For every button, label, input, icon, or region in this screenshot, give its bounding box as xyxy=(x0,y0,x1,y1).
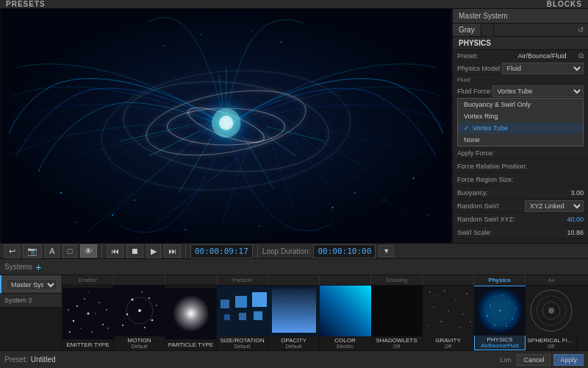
right-panel: Master System Gray ↺ PHYSICS Preset: Air… xyxy=(452,9,588,243)
random-swirl-select[interactable]: XYZ Linked X Only xyxy=(525,200,584,212)
master-system-select[interactable]: Master System xyxy=(6,279,57,291)
svg-rect-76 xyxy=(252,292,267,307)
canvas-area[interactable] xyxy=(0,9,452,243)
loop-options-btn[interactable]: ▼ xyxy=(379,245,394,257)
random-swirl-xyz-row: Random Swirl XYZ: 40.00 xyxy=(453,213,588,226)
thumbnails-row: EMITTER TYPE xyxy=(62,286,588,350)
sep1 xyxy=(101,244,102,258)
thumb-color-label: COLOR xyxy=(333,336,356,344)
svg-point-56 xyxy=(95,313,96,314)
svg-point-66 xyxy=(151,319,153,322)
svg-point-32 xyxy=(259,225,260,227)
thumb-color-img xyxy=(320,286,371,336)
svg-point-28 xyxy=(384,199,385,201)
buoyancy-row: Buoyancy: 3.00 xyxy=(453,186,588,199)
physics-model-select[interactable]: Fluid Air xyxy=(502,63,584,74)
thumb-color-sub: Electric xyxy=(335,344,355,350)
thumb-spherical-field[interactable]: SPHERICAL FIELD Off xyxy=(526,286,577,350)
cat-ax-header: Ax xyxy=(526,275,577,285)
svg-point-101 xyxy=(509,302,510,304)
camera-btn[interactable]: 📷 xyxy=(23,244,42,258)
svg-point-48 xyxy=(98,302,100,303)
svg-point-30 xyxy=(428,214,429,216)
spherical-field-svg xyxy=(526,286,577,336)
thumb-opacity[interactable]: OPACITY Default xyxy=(268,286,320,350)
thumb-emitter-type-label: EMITTER TYPE xyxy=(65,341,110,349)
loop-duration: 00:00:10:00 xyxy=(313,244,376,258)
panel-reset-btn[interactable]: ↺ xyxy=(573,24,588,36)
svg-point-69 xyxy=(122,325,123,326)
fluid-force-select[interactable]: Vortex Tube Vortex Ring None xyxy=(492,85,584,97)
skip-end-btn[interactable]: ⏭ xyxy=(164,244,181,258)
shape-btn[interactable]: □ xyxy=(62,244,77,258)
undo-btn[interactable]: ↩ xyxy=(4,244,20,258)
thumb-size-rotation-img xyxy=(217,286,268,336)
opacity-svg xyxy=(268,286,320,336)
svg-point-24 xyxy=(60,192,61,194)
skip-start-btn[interactable]: ⏮ xyxy=(107,244,123,258)
dropdown-item-none[interactable]: None xyxy=(458,134,583,146)
thumb-emitter-type[interactable]: EMITTER TYPE xyxy=(62,286,114,350)
thumb-spherical-field-label: SPHERICAL FIELD xyxy=(526,336,576,344)
cat-empty4 xyxy=(320,275,371,285)
physics-svg xyxy=(474,286,526,336)
play-btn[interactable]: ▶ xyxy=(146,244,161,258)
add-system-btn[interactable]: + xyxy=(35,262,41,272)
thumb-size-rotation-label: SIZE/ROTATION xyxy=(218,336,265,344)
preset-copy-icon[interactable]: ⧉ xyxy=(578,52,584,60)
thumb-spherical-field-sub: Off xyxy=(546,344,556,350)
text-btn[interactable]: A xyxy=(45,244,60,258)
dropdown-item-vortex-tube[interactable]: ✓ Vortex Tube xyxy=(458,122,583,134)
apply-btn[interactable]: Apply xyxy=(553,354,584,366)
swirl-scale-row: Swirl Scale: 10.86 xyxy=(453,226,588,239)
panel-tab-gray[interactable]: Gray xyxy=(453,24,481,36)
buoyancy-value[interactable]: 3.00 xyxy=(520,189,584,197)
bottom-section: Systems + Master System System 2 Em xyxy=(0,259,588,368)
svg-point-92 xyxy=(462,314,464,316)
svg-point-35 xyxy=(251,30,252,31)
main-layout: Master System Gray ↺ PHYSICS Preset: Air… xyxy=(0,9,588,243)
random-swirl-xyz-value[interactable]: 40.00 xyxy=(520,216,584,223)
cat-empty5 xyxy=(423,275,474,285)
svg-rect-78 xyxy=(239,313,246,320)
svg-point-91 xyxy=(448,310,449,311)
svg-point-104 xyxy=(501,295,503,297)
dropdown-item-buoyancy[interactable]: Buoyancy & Swirl Only xyxy=(458,99,583,110)
stop-btn[interactable]: ⏹ xyxy=(126,244,143,258)
preset-row: Preset: Air/Bounce/Fluid ⧉ xyxy=(453,50,588,62)
svg-point-46 xyxy=(87,312,89,314)
cat-particle-header: Particle xyxy=(217,275,268,285)
thumb-gravity[interactable]: GRAVITY Off xyxy=(423,286,474,350)
thumb-gravity-img xyxy=(423,286,474,336)
svg-point-106 xyxy=(494,325,495,326)
cat-emitter-header: Emitter xyxy=(62,275,114,285)
color-svg xyxy=(320,286,371,336)
eye-btn[interactable]: 👁 xyxy=(80,244,97,258)
dropdown-item-vortex-ring[interactable]: Vortex Ring xyxy=(458,110,583,122)
thumb-physics[interactable]: PHYSICS Air/Bounce/Fluid xyxy=(474,286,526,350)
thumb-color[interactable]: COLOR Electric xyxy=(320,286,371,350)
thumb-particle-type-label: PARTICLE TYPE xyxy=(167,341,215,349)
preset-bar-value: Untitled xyxy=(31,355,498,364)
panel-tab-2[interactable] xyxy=(481,24,494,36)
thumb-gravity-sub: Off xyxy=(443,344,453,350)
top-bar: PRESETS BLOCKS xyxy=(0,0,588,9)
svg-point-65 xyxy=(126,314,127,315)
svg-point-54 xyxy=(91,331,93,333)
svg-point-25 xyxy=(38,170,40,171)
thumbnails-wrapper: Master System System 2 Emitter Particle xyxy=(0,275,588,350)
thumb-particle-type[interactable]: PARTICLE TYPE xyxy=(165,286,217,350)
system-item-master[interactable]: Master System xyxy=(0,275,62,294)
system-item-2[interactable]: System 2 xyxy=(0,294,62,308)
category-headers: Emitter Particle Shading Physics Ax xyxy=(62,275,588,286)
swirl-scale-value[interactable]: 10.86 xyxy=(520,229,584,236)
cancel-btn[interactable]: Cancel xyxy=(517,354,551,366)
thumb-motion[interactable]: MOTION Default xyxy=(114,286,165,350)
thumbnails-area: Emitter Particle Shading Physics Ax xyxy=(62,275,588,350)
svg-point-55 xyxy=(80,328,81,328)
timecode-display: 00:00:09:17 xyxy=(190,244,253,258)
svg-point-93 xyxy=(440,321,442,322)
svg-point-57 xyxy=(68,309,69,311)
thumb-size-rotation[interactable]: SIZE/ROTATION Default xyxy=(217,286,268,350)
thumb-shadowlets[interactable]: SHADOWLETS Off xyxy=(371,286,423,350)
